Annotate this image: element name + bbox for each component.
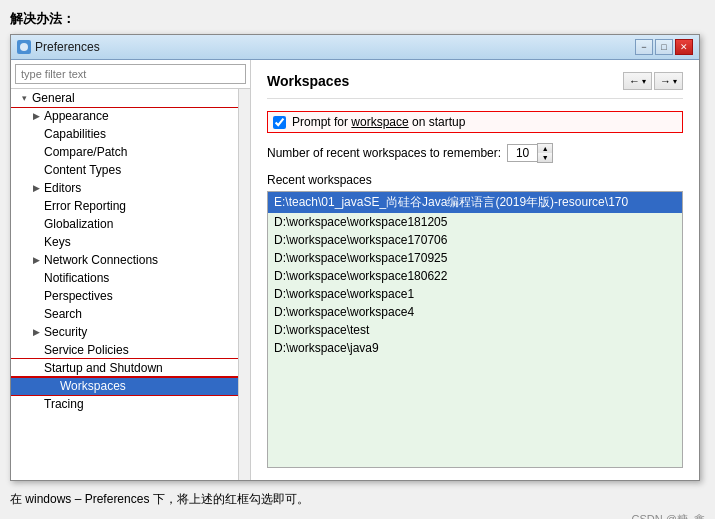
tree-item-label-perspectives: Perspectives (44, 289, 113, 303)
checkbox-label: Prompt for workspace on startup (292, 115, 465, 129)
expand-icon-search (31, 309, 41, 319)
tree-item-startup-shutdown[interactable]: Startup and Shutdown (11, 359, 238, 377)
tree-item-label-error-reporting: Error Reporting (44, 199, 126, 213)
tree-item-label-compare-patch: Compare/Patch (44, 145, 127, 159)
titlebar: Preferences − □ ✕ (11, 35, 699, 60)
back-arrow-icon: ▾ (642, 77, 646, 86)
recent-item-ws7[interactable]: D:\workspace\workspace4 (268, 303, 682, 321)
workspace-count-input[interactable] (507, 144, 537, 162)
csdn-label: CSDN @糖_鑫 (10, 512, 705, 519)
recent-item-ws9[interactable]: D:\workspace\java9 (268, 339, 682, 357)
close-button[interactable]: ✕ (675, 39, 693, 55)
tree-item-perspectives[interactable]: Perspectives (11, 287, 238, 305)
tree-item-network-connections[interactable]: ▶Network Connections (11, 251, 238, 269)
tree-item-label-notifications: Notifications (44, 271, 109, 285)
tree-item-label-content-types: Content Types (44, 163, 121, 177)
tree-item-label-network-connections: Network Connections (44, 253, 158, 267)
recent-label: Recent workspaces (267, 173, 683, 187)
expand-icon-notifications (31, 273, 41, 283)
recent-item-ws3[interactable]: D:\workspace\workspace170706 (268, 231, 682, 249)
expand-icon-content-types (31, 165, 41, 175)
tree-item-label-capabilities: Capabilities (44, 127, 106, 141)
expand-icon-compare-patch (31, 147, 41, 157)
expand-icon-appearance: ▶ (31, 111, 41, 121)
tree-item-general[interactable]: ▾General (11, 89, 238, 107)
expand-icon-error-reporting (31, 201, 41, 211)
tree-item-label-editors: Editors (44, 181, 81, 195)
tree-item-keys[interactable]: Keys (11, 233, 238, 251)
tree-item-label-service-policies: Service Policies (44, 343, 129, 357)
tree-item-notifications[interactable]: Notifications (11, 269, 238, 287)
tree-item-editors[interactable]: ▶Editors (11, 179, 238, 197)
back-icon: ← (629, 75, 640, 87)
recent-item-ws2[interactable]: D:\workspace\workspace181205 (268, 213, 682, 231)
forward-icon: → (660, 75, 671, 87)
expand-icon-service-policies (31, 345, 41, 355)
page-top-label: 解决办法： (10, 10, 705, 28)
forward-button[interactable]: → ▾ (654, 72, 683, 90)
number-label: Number of recent workspaces to remember: (267, 146, 501, 160)
back-button[interactable]: ← ▾ (623, 72, 652, 90)
tree-item-globalization[interactable]: Globalization (11, 215, 238, 233)
minimize-button[interactable]: − (635, 39, 653, 55)
tree-item-content-types[interactable]: Content Types (11, 161, 238, 179)
tree-item-label-appearance: Appearance (44, 109, 109, 123)
left-panel: ▾General▶AppearanceCapabilitiesCompare/P… (11, 60, 251, 480)
expand-icon-tracing (31, 399, 41, 409)
tree-item-label-globalization: Globalization (44, 217, 113, 231)
maximize-button[interactable]: □ (655, 39, 673, 55)
tree-item-label-keys: Keys (44, 235, 71, 249)
preferences-window: Preferences − □ ✕ ▾General▶AppearanceCap… (10, 34, 700, 481)
expand-icon-general: ▾ (19, 93, 29, 103)
tree-scrollbar[interactable] (238, 89, 250, 480)
tree-item-error-reporting[interactable]: Error Reporting (11, 197, 238, 215)
expand-icon-network-connections: ▶ (31, 255, 41, 265)
expand-icon-workspaces (47, 381, 57, 391)
filter-input[interactable] (15, 64, 246, 84)
tree-item-workspaces[interactable]: Workspaces (11, 377, 238, 395)
tree-item-appearance[interactable]: ▶Appearance (11, 107, 238, 125)
window-title: Preferences (35, 40, 100, 54)
recent-item-ws5[interactable]: D:\workspace\workspace180622 (268, 267, 682, 285)
tree-item-label-general: General (32, 91, 75, 105)
tree-item-security[interactable]: ▶Security (11, 323, 238, 341)
panel-title: Workspaces (267, 73, 349, 89)
number-row: Number of recent workspaces to remember:… (267, 143, 683, 163)
right-panel: Workspaces ← ▾ → ▾ Prom (251, 60, 699, 480)
prompt-checkbox-row: Prompt for workspace on startup (267, 111, 683, 133)
expand-icon-perspectives (31, 291, 41, 301)
tree-item-compare-patch[interactable]: Compare/Patch (11, 143, 238, 161)
recent-list: E:\teach\01_javaSE_尚硅谷Java编程语言(2019年版)-r… (267, 191, 683, 468)
tree-item-capabilities[interactable]: Capabilities (11, 125, 238, 143)
expand-icon-capabilities (31, 129, 41, 139)
expand-icon-globalization (31, 219, 41, 229)
bottom-label: 在 windows – Preferences 下，将上述的红框勾选即可。 (10, 491, 705, 508)
tree-item-label-security: Security (44, 325, 87, 339)
recent-item-ws4[interactable]: D:\workspace\workspace170925 (268, 249, 682, 267)
tree-item-label-tracing: Tracing (44, 397, 84, 411)
recent-item-ws8[interactable]: D:\workspace\test (268, 321, 682, 339)
tree-item-label-startup-shutdown: Startup and Shutdown (44, 361, 163, 375)
recent-item-ws6[interactable]: D:\workspace\workspace1 (268, 285, 682, 303)
svg-point-0 (20, 43, 28, 51)
tree-container: ▾General▶AppearanceCapabilitiesCompare/P… (11, 89, 238, 480)
expand-icon-editors: ▶ (31, 183, 41, 193)
prompt-checkbox[interactable] (273, 116, 286, 129)
tree-item-tracing[interactable]: Tracing (11, 395, 238, 413)
recent-item-ws1[interactable]: E:\teach\01_javaSE_尚硅谷Java编程语言(2019年版)-r… (268, 192, 682, 213)
expand-icon-startup-shutdown (31, 363, 41, 373)
tree-item-service-policies[interactable]: Service Policies (11, 341, 238, 359)
tree-item-label-workspaces: Workspaces (60, 379, 126, 393)
spinner-up[interactable]: ▲ (538, 144, 552, 153)
expand-icon-keys (31, 237, 41, 247)
tree-item-label-search: Search (44, 307, 82, 321)
expand-icon-security: ▶ (31, 327, 41, 337)
spinner-down[interactable]: ▼ (538, 153, 552, 162)
forward-arrow-icon: ▾ (673, 77, 677, 86)
tree-item-search[interactable]: Search (11, 305, 238, 323)
window-icon (17, 40, 31, 54)
